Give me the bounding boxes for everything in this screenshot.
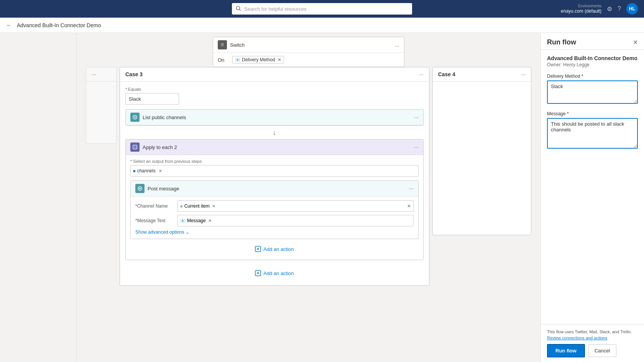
chevron-down-icon: ⌄ (186, 229, 189, 235)
message-field: Message * This should be posted to all s… (547, 111, 638, 150)
tag-icon: 📧 (235, 57, 240, 62)
canvas: ☰ Switch ... On 📧 Delivery Method ✕ (77, 33, 540, 362)
current-item-remove[interactable]: ✕ (212, 204, 215, 209)
channels-remove[interactable]: ✕ (159, 169, 162, 174)
case3-body: * Equals List (120, 82, 429, 285)
panel-footer: This flow uses Twitter, Mail, Slack, and… (541, 324, 644, 362)
case3-title: Case 3 (125, 71, 419, 77)
case4-menu[interactable]: ··· (521, 71, 526, 77)
list-channels-title: List public channels (143, 115, 411, 120)
post-message-title: Post message (148, 186, 406, 192)
flow-name: Advanced Built-In Connector Demo (547, 55, 638, 61)
search-placeholder: Search for helpful resources (244, 6, 307, 12)
switch-header: ☰ Switch ... (213, 37, 404, 53)
message-textarea[interactable]: This should be posted to all slack chann… (547, 118, 638, 149)
on-label: On (218, 57, 229, 63)
list-channels-menu[interactable]: ··· (414, 114, 419, 120)
list-channels-header: List public channels ··· (126, 110, 423, 125)
equals-input[interactable] (125, 93, 179, 105)
search-icon (236, 6, 241, 12)
current-item-icon: ■ (180, 204, 183, 208)
panel-close-button[interactable]: ✕ (633, 39, 638, 46)
top-bar-right: Environments enayu.com (default) ⚙ ? HL (561, 3, 638, 15)
apply-each-node: Apply to each 2 ··· * Select an output f… (125, 139, 424, 260)
channels-icon: ■ (133, 169, 136, 173)
equals-text: Equals (128, 87, 141, 92)
search-bar[interactable]: Search for helpful resources (232, 3, 412, 15)
switch-container: ☰ Switch ... On 📧 Delivery Method ✕ (84, 33, 533, 67)
svg-point-0 (237, 6, 240, 10)
channels-label: channels (137, 168, 156, 174)
nav-bar: ← Advanced Built-In Connector Demo (0, 18, 644, 33)
channels-tag: ■ channels ✕ (133, 168, 162, 174)
panel-body: Advanced Built-In Connector Demo Owner: … (541, 50, 644, 324)
add-action-outer-label: Add an action (263, 270, 294, 276)
case4-header: Case 4 ··· (433, 67, 531, 82)
apply-each-menu[interactable]: ··· (414, 144, 419, 150)
post-message-menu[interactable]: ··· (409, 185, 414, 192)
apply-each-body: * Select an output from previous steps ■… (126, 155, 423, 260)
cases-row: ··· Case 3 ··· * Equals (84, 67, 533, 286)
message-label: Message (187, 218, 206, 223)
list-channels-icon (130, 113, 140, 122)
message-form-label: Message * (547, 111, 638, 116)
apply-each-header: Apply to each 2 ··· (126, 139, 423, 155)
back-button[interactable]: ← (6, 22, 12, 29)
footer-buttons: Run flow Cancel (547, 344, 638, 357)
message-icon: 📧 (180, 218, 186, 223)
channels-input[interactable]: ■ channels ✕ (130, 165, 419, 177)
message-remove[interactable]: ✕ (208, 218, 212, 223)
left-blank-case: ··· (86, 67, 117, 144)
switch-title: Switch (230, 42, 392, 48)
review-link[interactable]: Review connections and actions (547, 336, 607, 340)
post-message-icon (135, 184, 145, 193)
tag-remove[interactable]: ✕ (278, 57, 281, 62)
select-output-label: * Select an output from previous steps (130, 159, 419, 164)
post-message-body: *Channel Name ■ Current item ✕ ✕ (131, 197, 418, 239)
left-case-menu[interactable]: ··· (92, 71, 96, 77)
left-panel (0, 33, 77, 362)
message-text-input[interactable]: 📧 Message ✕ (177, 215, 414, 226)
message-text-row: *Message Text 📧 Message ✕ (135, 215, 414, 226)
channel-name-row: *Channel Name ■ Current item ✕ ✕ (135, 200, 414, 212)
env-info: Environments enayu.com (default) (561, 3, 601, 15)
footer-note: This flow uses Twitter, Mail, Slack, and… (547, 329, 638, 341)
tag-label: Delivery Method (242, 57, 275, 62)
show-advanced-label: Show advanced options (135, 229, 184, 235)
switch-node: ☰ Switch ... On 📧 Delivery Method ✕ (213, 37, 404, 67)
delivery-method-tag: 📧 Delivery Method ✕ (232, 56, 284, 64)
delivery-method-textarea[interactable]: Slack (547, 80, 638, 104)
add-action-inner-label: Add an action (263, 246, 294, 252)
avatar[interactable]: HL (626, 3, 638, 15)
channel-name-label: *Channel Name (135, 203, 174, 209)
message-text-label: *Message Text (135, 218, 174, 223)
switch-menu[interactable]: ... (395, 42, 399, 48)
apply-each-icon (130, 143, 140, 152)
env-name: enayu.com (default) (561, 8, 601, 15)
delivery-method-field: Delivery Method * Slack (547, 74, 638, 105)
help-icon[interactable]: ? (618, 5, 621, 12)
run-flow-panel: Run flow ✕ Advanced Built-In Connector D… (540, 33, 644, 362)
arrow-down: ↓ (125, 129, 424, 137)
flow-title: Advanced Built-In Connector Demo (17, 22, 101, 28)
run-flow-button[interactable]: Run flow (547, 344, 585, 357)
case3-menu[interactable]: ··· (419, 71, 424, 77)
channel-name-clear[interactable]: ✕ (407, 203, 411, 209)
add-action-inner-btn[interactable]: Add an action (130, 242, 419, 256)
channel-name-input[interactable]: ■ Current item ✕ ✕ (177, 200, 414, 212)
case3-header: Case 3 ··· (120, 67, 429, 82)
post-message-node: Post message ··· *Channel Name ■ (130, 180, 419, 239)
gear-icon[interactable]: ⚙ (607, 5, 612, 13)
cancel-button[interactable]: Cancel (588, 344, 616, 357)
case4-panel: Case 4 ··· (432, 67, 531, 235)
show-advanced-btn[interactable]: Show advanced options ⌄ (135, 229, 414, 235)
switch-icon: ☰ (218, 40, 227, 49)
svg-line-1 (240, 9, 241, 11)
main-content: ☰ Switch ... On 📧 Delivery Method ✕ (0, 33, 644, 362)
add-action-outer-btn[interactable]: Add an action (125, 266, 424, 280)
case4-body (433, 82, 531, 235)
delivery-method-label: Delivery Method * (547, 74, 638, 79)
list-channels-node: List public channels ··· (125, 109, 424, 126)
apply-each-title: Apply to each 2 (143, 144, 411, 150)
top-bar: Search for helpful resources Environment… (0, 0, 644, 18)
